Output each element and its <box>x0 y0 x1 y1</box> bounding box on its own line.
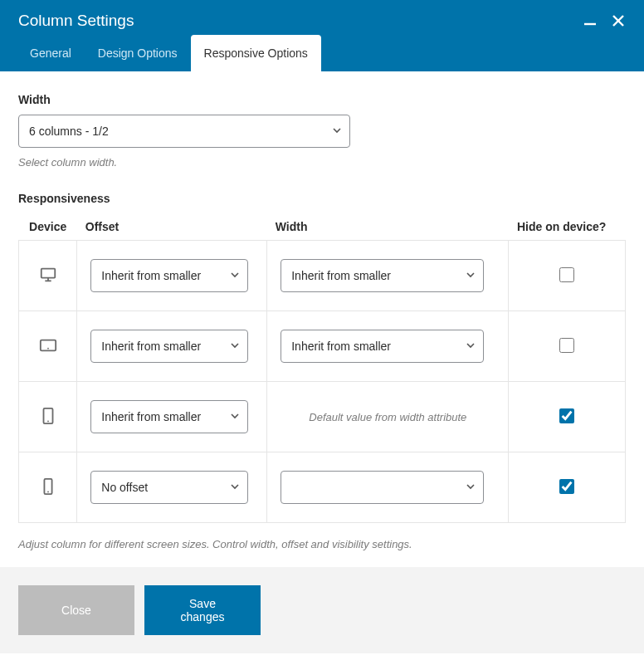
close-icon[interactable] <box>611 13 626 28</box>
offset-select[interactable]: Inherit from smaller <box>90 330 248 363</box>
width-select-wrap: 6 columns - 1/2 <box>18 115 350 148</box>
save-button[interactable]: Save changes <box>144 585 261 635</box>
modal-title: Column Settings <box>18 12 134 30</box>
hide-checkbox[interactable] <box>559 338 574 353</box>
tablet-landscape-icon <box>39 336 57 355</box>
width-label: Width <box>18 93 626 106</box>
offset-select[interactable]: No offset <box>90 471 248 504</box>
svg-point-7 <box>47 347 49 349</box>
tab-general[interactable]: General <box>17 35 85 71</box>
modal-header: Column Settings General Design Options R… <box>0 0 644 71</box>
modal-body: Width 6 columns - 1/2 Select column widt… <box>0 71 644 567</box>
table-row: No offset <box>19 452 626 523</box>
width-select-row[interactable] <box>281 471 484 504</box>
col-offset: Offset <box>77 213 267 241</box>
device-cell <box>19 382 77 452</box>
table-row: Inherit from smaller Inherit from smalle… <box>19 241 626 311</box>
table-header-row: Device Offset Width Hide on device? <box>19 213 626 241</box>
width-cell <box>267 452 509 523</box>
hide-cell <box>509 452 626 523</box>
width-cell: Inherit from smaller <box>267 311 509 382</box>
window-controls <box>583 13 626 28</box>
modal-footer: Close Save changes <box>0 567 644 653</box>
offset-select[interactable]: Inherit from smaller <box>90 400 248 433</box>
device-cell <box>19 452 77 523</box>
responsiveness-table: Device Offset Width Hide on device? <box>18 213 626 523</box>
close-button[interactable]: Close <box>18 585 134 635</box>
width-cell: Default value from width attribute <box>267 382 509 452</box>
col-width: Width <box>267 213 509 241</box>
device-cell <box>19 241 77 311</box>
offset-cell: Inherit from smaller <box>77 382 267 452</box>
svg-rect-3 <box>41 268 55 277</box>
responsiveness-label: Responsiveness <box>18 192 626 205</box>
hide-checkbox[interactable] <box>559 267 574 282</box>
tab-bar: General Design Options Responsive Option… <box>0 35 644 71</box>
column-settings-modal: Column Settings General Design Options R… <box>0 0 644 653</box>
offset-cell: Inherit from smaller <box>77 311 267 382</box>
table-row: Inherit from smaller Inherit from smalle… <box>19 311 626 382</box>
device-cell <box>19 311 77 382</box>
width-select-row[interactable]: Inherit from smaller <box>281 259 484 292</box>
offset-cell: No offset <box>77 452 267 523</box>
responsiveness-helper: Adjust column for different screen sizes… <box>18 538 626 550</box>
hide-checkbox[interactable] <box>559 479 574 494</box>
tab-design-options[interactable]: Design Options <box>85 35 191 71</box>
desktop-icon <box>39 266 57 284</box>
svg-point-9 <box>47 420 49 422</box>
tab-responsive-options[interactable]: Responsive Options <box>191 35 321 71</box>
width-helper: Select column width. <box>18 156 626 169</box>
hide-cell <box>509 311 626 382</box>
hide-cell <box>509 241 626 311</box>
mobile-icon <box>39 477 57 496</box>
default-width-text: Default value from width attribute <box>281 411 495 423</box>
width-cell: Inherit from smaller <box>267 241 509 311</box>
width-select[interactable]: 6 columns - 1/2 <box>18 115 350 148</box>
hide-checkbox[interactable] <box>559 408 574 423</box>
svg-point-11 <box>47 491 49 492</box>
minimize-icon[interactable] <box>583 13 598 28</box>
hide-cell <box>509 382 626 452</box>
table-row: Inherit from smaller Default value from … <box>19 382 626 452</box>
width-select-row[interactable]: Inherit from smaller <box>281 330 484 363</box>
col-device: Device <box>19 213 77 241</box>
offset-cell: Inherit from smaller <box>77 241 267 311</box>
offset-select[interactable]: Inherit from smaller <box>90 259 248 292</box>
col-hide: Hide on device? <box>509 213 626 241</box>
tablet-portrait-icon <box>39 407 57 425</box>
